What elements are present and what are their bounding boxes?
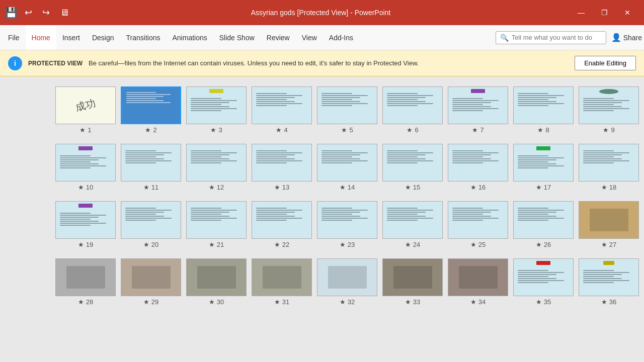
star-icon[interactable]: ★ <box>145 126 151 134</box>
share-button[interactable]: 👤 Share <box>611 33 642 42</box>
slide-item-13[interactable]: ★13 <box>252 144 312 191</box>
slide-item-26[interactable]: ★26 <box>513 201 574 248</box>
enable-editing-button[interactable]: Enable Editing <box>575 56 636 70</box>
menu-slideshow[interactable]: Slide Show <box>213 25 261 50</box>
slide-item-12[interactable]: ★12 <box>186 144 247 191</box>
star-icon[interactable]: ★ <box>209 184 215 191</box>
slide-item-34[interactable]: ★34 <box>448 258 508 306</box>
save-icon[interactable]: 💾 <box>5 7 18 19</box>
star-icon[interactable]: ★ <box>78 241 84 248</box>
slide-item-25[interactable]: ★25 <box>448 201 508 248</box>
star-icon[interactable]: ★ <box>341 126 347 134</box>
slide-item-17[interactable]: ★17 <box>513 144 574 191</box>
slide-number: 27 <box>609 241 616 248</box>
slide-item-22[interactable]: ★22 <box>252 201 312 248</box>
slide-item-5[interactable]: ★5 <box>317 86 377 134</box>
star-icon[interactable]: ★ <box>276 126 282 134</box>
slide-number: 2 <box>153 126 156 134</box>
menu-animations[interactable]: Animations <box>166 25 213 50</box>
close-button[interactable]: ✕ <box>616 0 639 25</box>
title-bar-left: 💾 ↩ ↪ 🖥 <box>5 6 72 19</box>
star-icon[interactable]: ★ <box>274 241 280 248</box>
star-icon[interactable]: ★ <box>536 184 542 191</box>
star-icon[interactable]: ★ <box>470 298 476 306</box>
slide-item-27[interactable]: ★27 <box>579 201 639 248</box>
slide-item-36[interactable]: ★36 <box>579 258 639 306</box>
star-icon[interactable]: ★ <box>209 298 215 306</box>
star-icon[interactable]: ★ <box>340 298 346 306</box>
star-icon[interactable]: ★ <box>78 298 84 306</box>
star-icon[interactable]: ★ <box>470 184 476 191</box>
slide-item-18[interactable]: ★18 <box>579 144 639 191</box>
slide-item-30[interactable]: ★30 <box>186 258 247 306</box>
slide-item-8[interactable]: ★8 <box>513 86 574 134</box>
star-icon[interactable]: ★ <box>78 184 84 191</box>
slide-item-21[interactable]: ★21 <box>186 201 247 248</box>
menu-transitions[interactable]: Transitions <box>120 25 167 50</box>
menu-addins[interactable]: Add-Ins <box>323 25 359 50</box>
slide-item-6[interactable]: ★6 <box>382 86 443 134</box>
slide-item-35[interactable]: ★35 <box>513 258 574 306</box>
star-icon[interactable]: ★ <box>143 184 149 191</box>
undo-button[interactable]: ↩ <box>22 6 35 19</box>
star-icon[interactable]: ★ <box>79 126 86 134</box>
slide-item-28[interactable]: ★28 <box>55 258 116 306</box>
menu-home[interactable]: Home <box>26 25 56 50</box>
slide-item-24[interactable]: ★24 <box>382 201 443 248</box>
protected-message: Be careful—files from the Internet can c… <box>89 59 569 67</box>
star-icon[interactable]: ★ <box>536 241 542 248</box>
search-input[interactable] <box>512 34 602 41</box>
slide-item-10[interactable]: ★10 <box>55 144 116 191</box>
slide-item-33[interactable]: ★33 <box>382 258 443 306</box>
star-icon[interactable]: ★ <box>143 241 149 248</box>
slide-item-29[interactable]: ★29 <box>121 258 181 306</box>
slide-item-2[interactable]: ★2 <box>121 86 181 134</box>
star-icon[interactable]: ★ <box>536 298 542 306</box>
customize-button[interactable]: 🖥 <box>57 7 72 19</box>
star-icon[interactable]: ★ <box>143 298 149 306</box>
star-icon[interactable]: ★ <box>405 184 411 191</box>
star-icon[interactable]: ★ <box>537 126 543 134</box>
slide-item-15[interactable]: ★15 <box>382 144 443 191</box>
slide-item-14[interactable]: ★14 <box>317 144 377 191</box>
slide-item-23[interactable]: ★23 <box>317 201 377 248</box>
star-icon[interactable]: ★ <box>472 126 478 134</box>
slide-number: 31 <box>282 298 289 306</box>
slide-item-1[interactable]: 成功★1 <box>55 86 116 134</box>
star-icon[interactable]: ★ <box>340 241 346 248</box>
star-icon[interactable]: ★ <box>407 126 413 134</box>
menu-file[interactable]: File <box>2 25 26 50</box>
slide-item-16[interactable]: ★16 <box>448 144 508 191</box>
slide-meta-21: ★21 <box>209 241 224 248</box>
star-icon[interactable]: ★ <box>405 298 411 306</box>
slide-item-19[interactable]: ★19 <box>55 201 116 248</box>
search-box[interactable]: 🔍 <box>496 31 606 44</box>
menu-review[interactable]: Review <box>261 25 296 50</box>
menu-insert[interactable]: Insert <box>56 25 86 50</box>
menu-design[interactable]: Design <box>86 25 120 50</box>
menu-view[interactable]: View <box>296 25 323 50</box>
slide-item-11[interactable]: ★11 <box>121 144 181 191</box>
redo-button[interactable]: ↪ <box>39 6 53 19</box>
slide-item-32[interactable]: ★32 <box>317 258 377 306</box>
restore-button[interactable]: ❐ <box>593 0 616 25</box>
star-icon[interactable]: ★ <box>274 298 280 306</box>
star-icon[interactable]: ★ <box>470 241 476 248</box>
slide-item-7[interactable]: ★7 <box>448 86 508 134</box>
star-icon[interactable]: ★ <box>603 126 609 134</box>
star-icon[interactable]: ★ <box>601 184 607 191</box>
star-icon[interactable]: ★ <box>274 184 280 191</box>
star-icon[interactable]: ★ <box>210 126 216 134</box>
star-icon[interactable]: ★ <box>601 241 607 248</box>
star-icon[interactable]: ★ <box>601 298 607 306</box>
minimize-button[interactable]: — <box>570 0 593 25</box>
star-icon[interactable]: ★ <box>340 184 346 191</box>
star-icon[interactable]: ★ <box>209 241 215 248</box>
slide-item-4[interactable]: ★4 <box>252 86 312 134</box>
slide-item-3[interactable]: ★3 <box>186 86 247 134</box>
slide-item-9[interactable]: ★9 <box>579 86 639 134</box>
slide-number: 34 <box>478 298 486 306</box>
slide-item-31[interactable]: ★31 <box>252 258 312 306</box>
slide-item-20[interactable]: ★20 <box>121 201 181 248</box>
star-icon[interactable]: ★ <box>405 241 411 248</box>
